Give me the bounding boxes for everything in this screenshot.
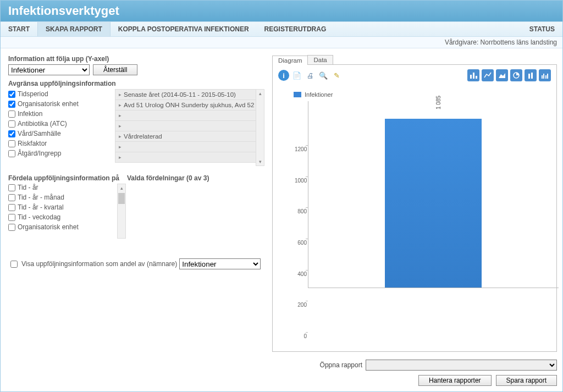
y-tick: 0 — [295, 333, 307, 339]
chevron-right-icon: ▸ — [119, 102, 122, 108]
app-title: Infektionsverktyget — [1, 1, 562, 21]
chart-bar — [385, 119, 482, 288]
chevron-right-icon: ▸ — [119, 134, 122, 139]
chart-bar-icon[interactable] — [467, 69, 479, 81]
expander-antibiotika[interactable]: ▸ — [115, 120, 264, 131]
chart-group-icon[interactable] — [539, 69, 551, 81]
menu-status[interactable]: STATUS — [522, 22, 562, 36]
dist-scrollbar[interactable]: ▴ — [117, 184, 126, 239]
valda-title: Valda fördelningar (0 av 3) — [127, 174, 264, 182]
dist-org-enhet[interactable]: Organisatorisk enhet — [8, 223, 124, 231]
filter-title: Avgränsa uppföljningsinformation — [8, 80, 264, 87]
scroll-down-icon[interactable]: ▾ — [259, 158, 262, 165]
svg-rect-2 — [476, 76, 477, 79]
provider-label: Vårdgivare: Norrbottens läns landsting — [1, 37, 562, 48]
reset-button[interactable]: Återställ — [93, 64, 137, 75]
info-title: Information att följa upp (Y-axel) — [8, 55, 264, 63]
print-icon[interactable]: 🖨 — [305, 70, 316, 81]
menu-registerutdrag[interactable]: REGISTERUTDRAG — [257, 22, 334, 36]
spara-rapport-button[interactable]: Spara rapport — [496, 375, 557, 386]
expander-vard-samhalle[interactable]: ▸Vårdrelaterad — [115, 131, 264, 142]
svg-rect-7 — [542, 75, 543, 79]
chk-atgard[interactable]: Åtgärd/Ingrepp — [8, 150, 113, 157]
chk-antibiotika[interactable]: Antibiotika (ATC) — [8, 120, 113, 128]
scroll-up-icon[interactable]: ▴ — [120, 184, 123, 192]
svg-rect-8 — [543, 74, 544, 79]
y-tick: 1000 — [295, 177, 307, 183]
info-icon[interactable]: i — [278, 70, 289, 81]
expander-atgard[interactable]: ▸ — [115, 152, 264, 163]
chart-panel: i 📄 🖨 🔍 ✎ — [272, 64, 557, 352]
tab-data[interactable]: Data — [307, 55, 333, 64]
zoom-icon[interactable]: 🔍 — [318, 70, 329, 81]
chevron-right-icon: ▸ — [119, 113, 122, 118]
chk-tidsperiod[interactable]: Tidsperiod — [8, 90, 113, 98]
menu-start[interactable]: START — [1, 22, 37, 36]
chevron-right-icon: ▸ — [119, 154, 122, 160]
chart-line-icon[interactable] — [482, 69, 494, 81]
scroll-thumb[interactable] — [118, 193, 125, 204]
chevron-right-icon: ▸ — [119, 92, 122, 97]
chk-org-enhet[interactable]: Organisatorisk enhet — [8, 100, 113, 108]
filter-scrollbar[interactable]: ▴ ▾ — [256, 89, 264, 166]
y-tick: 200 — [295, 302, 307, 308]
filter-check-column: Tidsperiod Organisatorisk enhet Infektio… — [8, 90, 113, 162]
andel-label: Visa uppföljningsinformation som andel a… — [21, 260, 177, 268]
valda-box — [127, 184, 264, 244]
dist-tid-veckodag[interactable]: Tid - veckodag — [8, 213, 124, 221]
scroll-up-icon[interactable]: ▴ — [259, 90, 262, 97]
dist-title: Fördela uppföljningsinformation på — [8, 174, 124, 182]
svg-marker-3 — [499, 73, 505, 78]
svg-rect-6 — [531, 73, 533, 79]
menu-skapa-rapport[interactable]: SKAPA RAPPORT — [37, 22, 111, 36]
svg-rect-1 — [473, 73, 474, 79]
chart-pie-icon[interactable] — [510, 69, 522, 81]
svg-rect-10 — [547, 74, 548, 79]
y-tick: 400 — [295, 270, 307, 277]
chevron-right-icon: ▸ — [119, 144, 122, 150]
svg-rect-0 — [470, 75, 472, 79]
y-tick: 1200 — [295, 146, 307, 152]
edit-icon[interactable]: ✎ — [331, 70, 342, 81]
svg-rect-5 — [528, 74, 530, 79]
legend-label: Infektioner — [305, 91, 333, 98]
chart-legend: Infektioner — [294, 91, 551, 98]
pdf-icon[interactable]: 📄 — [291, 70, 302, 81]
bar-value-label: 1 085 — [435, 96, 441, 109]
info-select[interactable]: Infektioner — [8, 64, 90, 75]
chart-plot: 1 085 020040060080010001200 — [295, 101, 545, 344]
expander-org-enhet[interactable]: ▸Avd 51 Urolog ÖNH Sunderby sjukhus, Avd… — [115, 100, 264, 111]
expander-infektion[interactable]: ▸ — [115, 110, 264, 121]
legend-swatch — [294, 92, 301, 97]
tab-diagram[interactable]: Diagram — [272, 56, 308, 65]
dist-tid-ar[interactable]: Tid - år — [8, 184, 124, 191]
chevron-right-icon: ▸ — [119, 123, 122, 129]
svg-rect-9 — [545, 75, 547, 79]
chart-stacked-icon[interactable] — [525, 69, 537, 81]
dist-tid-ar-kvartal[interactable]: Tid - år - kvartal — [8, 203, 124, 211]
menubar: START SKAPA RAPPORT KOPPLA POSTOPERATIVA… — [1, 21, 562, 37]
hantera-rapporter-button[interactable]: Hantera rapporter — [418, 375, 492, 386]
y-tick: 800 — [295, 208, 307, 214]
y-tick: 600 — [295, 240, 307, 246]
expander-riskfaktor[interactable]: ▸ — [115, 141, 264, 152]
expander-tidsperiod[interactable]: ▸Senaste året (2014-05-11 - 2015-05-10) — [115, 89, 264, 100]
chart-area-icon[interactable] — [496, 69, 508, 81]
open-report-label: Öppna rapport — [320, 361, 362, 369]
open-report-select[interactable] — [366, 360, 557, 371]
chk-riskfaktor[interactable]: Riskfaktor — [8, 140, 113, 147]
andel-checkbox[interactable] — [10, 261, 18, 268]
chk-infektion[interactable]: Infektion — [8, 110, 113, 118]
chk-vard-samhalle[interactable]: Vård/Samhälle — [8, 130, 113, 137]
andel-select[interactable]: Infektioner — [179, 258, 261, 269]
menu-koppla[interactable]: KOPPLA POSTOPERATIVA INFEKTIONER — [111, 22, 257, 36]
dist-tid-ar-manad[interactable]: Tid - år - månad — [8, 194, 124, 201]
